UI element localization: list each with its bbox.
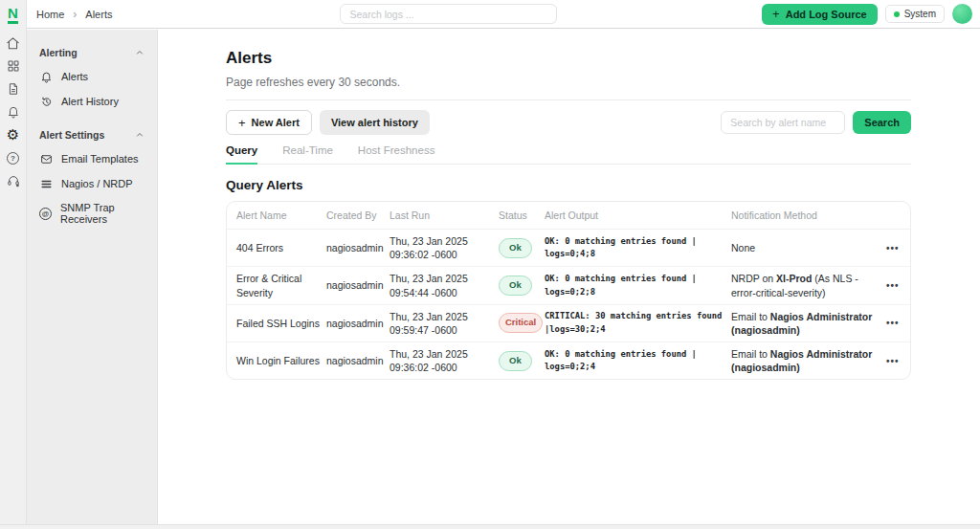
chevron-up-icon bbox=[135, 130, 145, 140]
query-alerts-table: Alert Name Created By Last Run Status Al… bbox=[226, 201, 911, 380]
status-dot-icon bbox=[894, 11, 900, 17]
plus-icon: + bbox=[772, 8, 780, 20]
nagios-logo[interactable]: N bbox=[0, 0, 26, 29]
breadcrumb-home[interactable]: Home bbox=[36, 9, 64, 20]
sidebar: Alerting Alerts Alert History Alert Sett… bbox=[27, 30, 158, 529]
alert-output-cell: CRITICAL: 30 matching entries found |log… bbox=[545, 310, 731, 336]
created-by-cell: nagiosadmin bbox=[326, 317, 390, 330]
last-run-cell: Thu, 23 Jan 2025 09:36:02 -0600 bbox=[390, 234, 499, 261]
status-cell: Ok bbox=[499, 238, 545, 258]
table-row: Error & Critical Severity nagiosadmin Th… bbox=[227, 266, 910, 303]
row-menu-icon[interactable]: ••• bbox=[886, 318, 911, 328]
alert-name-cell: 404 Errors bbox=[227, 241, 326, 254]
alert-name-cell: Failed SSH Logins bbox=[227, 317, 326, 330]
column-header-last-run: Last Run bbox=[390, 202, 499, 229]
new-alert-button[interactable]: + New Alert bbox=[226, 110, 312, 135]
sidebar-section-label: Alert Settings bbox=[39, 129, 104, 141]
main-content: Alerts Page refreshes every 30 seconds. … bbox=[159, 30, 980, 529]
last-run-cell: Thu, 23 Jan 2025 09:36:02 -0600 bbox=[390, 347, 499, 374]
alert-output-cell: OK: 0 matching entries found | logs=0;2;… bbox=[545, 273, 731, 298]
last-run-cell: Thu, 23 Jan 2025 09:59:47 -0600 bbox=[390, 310, 499, 337]
notification-method-cell: NRDP on XI-Prod (As NLS - error-critical… bbox=[731, 272, 886, 298]
created-by-cell: nagiosadmin bbox=[326, 241, 390, 254]
table-row: Failed SSH Logins nagiosadmin Thu, 23 Ja… bbox=[227, 304, 910, 342]
row-menu-icon[interactable]: ••• bbox=[886, 243, 911, 253]
system-label: System bbox=[904, 9, 936, 19]
sidebar-item-nagios-nrdp[interactable]: Nagios / NRDP bbox=[27, 171, 157, 196]
alert-output-cell: OK: 0 matching entries found | logs=0;4;… bbox=[545, 235, 731, 261]
alert-name-cell: Win Login Failures bbox=[227, 354, 326, 367]
history-icon bbox=[39, 95, 53, 108]
status-cell: Critical bbox=[499, 313, 545, 333]
alert-name-cell: Error & Critical Severity bbox=[227, 272, 326, 298]
notification-method-cell: None bbox=[731, 241, 886, 254]
section-title: Query Alerts bbox=[226, 178, 911, 192]
toolbar: + New Alert View alert history Search bbox=[226, 110, 911, 135]
plus-icon: + bbox=[238, 117, 246, 129]
page-title: Alerts bbox=[226, 49, 911, 68]
sidebar-section-label: Alerting bbox=[39, 47, 78, 58]
sidebar-item-email-templates[interactable]: Email Templates bbox=[27, 146, 157, 171]
status-cell: Ok bbox=[499, 351, 545, 371]
column-header-notification-method: Notification Method bbox=[731, 202, 886, 229]
envelope-icon bbox=[39, 152, 53, 165]
nagios-logo-letter: N bbox=[8, 6, 18, 24]
breadcrumb-current[interactable]: Alerts bbox=[85, 9, 112, 20]
column-header-created-by: Created By bbox=[326, 202, 390, 229]
tab-host-freshness[interactable]: Host Freshness bbox=[358, 144, 435, 164]
user-avatar[interactable] bbox=[952, 4, 972, 24]
notification-method-cell: Email to Nagios Administrator (nagiosadm… bbox=[731, 347, 886, 374]
status-cell: Ok bbox=[499, 276, 545, 296]
row-menu-icon[interactable]: ••• bbox=[886, 280, 911, 291]
apps-icon[interactable] bbox=[6, 58, 21, 74]
help-icon[interactable]: ? bbox=[6, 150, 21, 165]
sidebar-section-alerting[interactable]: Alerting bbox=[27, 41, 157, 64]
status-badge: Critical bbox=[499, 313, 543, 333]
sidebar-item-snmp-trap-receivers[interactable]: @ SNMP Trap Receivers bbox=[27, 196, 157, 231]
tab-real-time[interactable]: Real-Time bbox=[282, 144, 333, 164]
system-status-pill[interactable]: System bbox=[885, 5, 945, 23]
at-icon: @ bbox=[39, 207, 52, 220]
sidebar-item-label: Alerts bbox=[61, 71, 88, 82]
status-badge: Ok bbox=[499, 238, 532, 258]
sidebar-section-alert-settings[interactable]: Alert Settings bbox=[27, 123, 157, 146]
window-bottom-edge bbox=[0, 524, 980, 529]
bell-icon bbox=[39, 70, 53, 83]
view-alert-history-button[interactable]: View alert history bbox=[320, 110, 430, 135]
icon-rail: N ⚙ ? bbox=[0, 0, 27, 529]
sidebar-item-label: SNMP Trap Receivers bbox=[60, 202, 145, 225]
created-by-cell: nagiosadmin bbox=[326, 278, 390, 292]
chevron-up-icon bbox=[135, 48, 145, 57]
last-run-cell: Thu, 23 Jan 2025 09:54:44 -0600 bbox=[390, 272, 499, 298]
home-icon[interactable] bbox=[6, 35, 21, 51]
new-alert-label: New Alert bbox=[252, 117, 300, 128]
support-icon[interactable] bbox=[6, 173, 21, 188]
sidebar-item-alerts[interactable]: Alerts bbox=[27, 64, 157, 89]
column-header-alert-output: Alert Output bbox=[545, 202, 731, 229]
list-icon bbox=[39, 177, 53, 190]
document-icon[interactable] bbox=[6, 81, 21, 97]
sidebar-item-label: Email Templates bbox=[61, 153, 139, 165]
row-menu-icon[interactable]: ••• bbox=[886, 356, 911, 366]
alert-name-search-input[interactable] bbox=[721, 111, 845, 134]
topbar: Home › Alerts + Add Log Source System bbox=[27, 0, 980, 29]
search-logs-input[interactable] bbox=[340, 4, 557, 24]
alert-output-cell: OK: 0 matching entries found | logs=0;2;… bbox=[545, 348, 731, 374]
column-header-alert-name: Alert Name bbox=[227, 202, 326, 229]
page-subtitle: Page refreshes every 30 seconds. bbox=[226, 76, 911, 89]
tab-query[interactable]: Query bbox=[226, 144, 257, 165]
bell-icon[interactable] bbox=[6, 104, 21, 120]
add-log-source-label: Add Log Source bbox=[786, 9, 867, 20]
table-row: 404 Errors nagiosadmin Thu, 23 Jan 2025 … bbox=[227, 230, 910, 266]
notification-method-cell: Email to Nagios Administrator (nagiosadm… bbox=[731, 310, 886, 337]
sidebar-item-alert-history[interactable]: Alert History bbox=[27, 89, 157, 114]
status-badge: Ok bbox=[499, 351, 532, 371]
gear-icon[interactable]: ⚙ bbox=[6, 127, 21, 143]
add-log-source-button[interactable]: + Add Log Source bbox=[762, 4, 878, 25]
status-badge: Ok bbox=[499, 276, 532, 296]
table-row: Win Login Failures nagiosadmin Thu, 23 J… bbox=[227, 342, 910, 379]
divider bbox=[226, 99, 911, 100]
breadcrumb: Home › Alerts bbox=[36, 9, 112, 20]
search-button[interactable]: Search bbox=[853, 111, 911, 134]
tab-bar: Query Real-Time Host Freshness bbox=[226, 144, 911, 165]
